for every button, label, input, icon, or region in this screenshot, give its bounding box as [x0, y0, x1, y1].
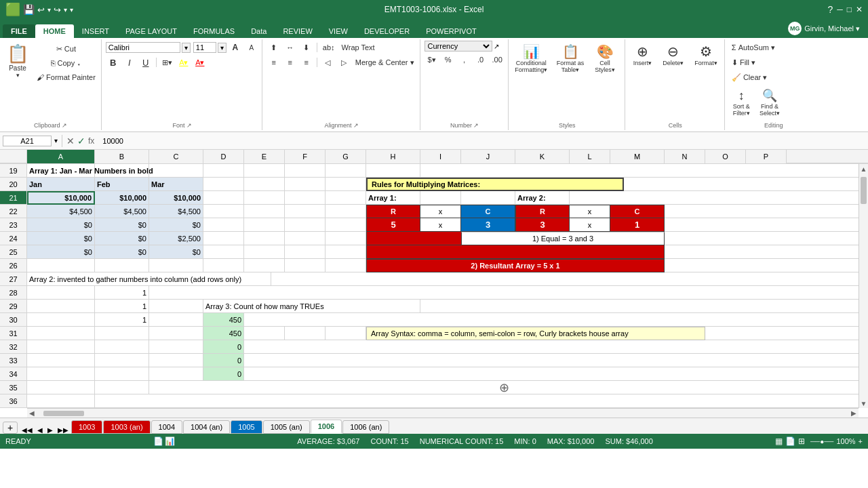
- cell-A33[interactable]: [27, 354, 95, 367]
- cell-F21[interactable]: [285, 191, 326, 205]
- row-header-22[interactable]: 22: [0, 205, 27, 218]
- row-header-33[interactable]: 33: [0, 354, 27, 367]
- cell-styles-button[interactable]: 🎨 CellStyles▾: [591, 41, 619, 76]
- col-C[interactable]: C: [149, 150, 203, 163]
- cell-K23[interactable]: 3: [515, 218, 570, 232]
- scroll-track[interactable]: [859, 174, 868, 399]
- indent-dec-button[interactable]: ◁: [320, 56, 335, 69]
- sheet-tab-nav-left[interactable]: ◀◀: [20, 426, 35, 434]
- cell-G31[interactable]: [326, 327, 366, 340]
- cell-M22[interactable]: C: [610, 205, 665, 218]
- cell-G26[interactable]: [326, 259, 366, 272]
- cell-D20[interactable]: [203, 178, 244, 191]
- insert-cells-button[interactable]: ⊕ Insert▾: [629, 41, 656, 69]
- cell-A19[interactable]: Array 1: Jan - Mar Numbers in bold: [27, 164, 95, 178]
- number-format-dialog[interactable]: ↗: [494, 43, 499, 50]
- cell-reference-box[interactable]: [3, 136, 52, 146]
- col-J[interactable]: J: [461, 150, 515, 163]
- align-center-button[interactable]: ≡: [283, 56, 298, 69]
- row-header-21[interactable]: 21: [0, 191, 27, 205]
- cell-L23[interactable]: x: [570, 218, 610, 232]
- cell-B25[interactable]: $0: [95, 245, 149, 259]
- row-header-35[interactable]: 35: [0, 381, 27, 394]
- cell-F22[interactable]: [285, 205, 326, 218]
- fill-button[interactable]: ⬇ Fill ▾: [729, 56, 758, 69]
- row-header-34[interactable]: 34: [0, 367, 27, 381]
- autosum-button[interactable]: Σ AutoSum ▾: [729, 41, 778, 54]
- format-as-table-button[interactable]: 📋 Format asTable▾: [553, 41, 589, 76]
- bold-button[interactable]: B: [106, 56, 121, 69]
- page-break-icon[interactable]: ⊞: [798, 436, 805, 446]
- cell-B23[interactable]: $0: [95, 218, 149, 232]
- cell-I25[interactable]: [420, 245, 461, 259]
- copy-button[interactable]: ⎘ Copy ▾: [34, 56, 98, 70]
- tab-review[interactable]: REVIEW: [275, 24, 320, 38]
- cut-button[interactable]: ✂ Cut: [34, 42, 98, 56]
- cell-G24[interactable]: [326, 232, 366, 245]
- cell-F26[interactable]: [285, 259, 326, 272]
- col-L[interactable]: L: [570, 150, 610, 163]
- cell-B34[interactable]: [95, 367, 149, 381]
- cell-E21[interactable]: [244, 191, 285, 205]
- cell-A22[interactable]: $4,500: [27, 205, 95, 218]
- cell-B33[interactable]: [95, 354, 149, 367]
- cell-D34[interactable]: 0: [203, 367, 244, 381]
- cell-J21[interactable]: [461, 191, 515, 205]
- help-icon[interactable]: ?: [827, 4, 833, 15]
- align-left-button[interactable]: ≡: [267, 56, 281, 69]
- tab-developer[interactable]: DEVELOPER: [356, 24, 418, 38]
- scroll-thumb-v[interactable]: [861, 177, 867, 204]
- cell-C20[interactable]: Mar: [149, 178, 203, 191]
- cell-A30[interactable]: [27, 313, 95, 327]
- percent-btn[interactable]: %: [441, 53, 456, 66]
- cell-D24[interactable]: [203, 232, 244, 245]
- cell-D21[interactable]: [203, 191, 244, 205]
- comma-btn[interactable]: ,: [457, 53, 472, 66]
- cancel-formula-btn[interactable]: ✕: [66, 136, 75, 146]
- dec-dec-btn[interactable]: .00: [490, 53, 505, 66]
- cell-H19[interactable]: [366, 164, 420, 178]
- cell-E31[interactable]: [244, 327, 285, 340]
- align-top-button[interactable]: ⬆: [267, 41, 281, 54]
- cell-K22[interactable]: R: [515, 205, 570, 218]
- cell-G21[interactable]: [326, 191, 366, 205]
- cell-G20[interactable]: [326, 178, 366, 191]
- cell-L25[interactable]: [570, 245, 610, 259]
- border-button[interactable]: ⊞▾: [159, 56, 175, 69]
- font-size-input[interactable]: [193, 42, 216, 53]
- cell-H23[interactable]: 5: [366, 218, 420, 232]
- cell-D29-merged[interactable]: Array 3: Count of how many TRUEs: [203, 300, 420, 313]
- cell-D26[interactable]: [203, 259, 244, 272]
- cell-C23[interactable]: $0: [149, 218, 203, 232]
- row-header-29[interactable]: 29: [0, 300, 27, 313]
- format-cells-button[interactable]: ⚙ Format▾: [690, 41, 722, 69]
- col-H[interactable]: H: [366, 150, 420, 163]
- cell-D25[interactable]: [203, 245, 244, 259]
- font-grow-button[interactable]: A: [228, 41, 243, 54]
- cell-I22[interactable]: x: [420, 205, 461, 218]
- sheet-tab-1006[interactable]: 1006: [311, 420, 342, 434]
- cell-A28[interactable]: [27, 286, 95, 300]
- cell-D31[interactable]: 450: [203, 327, 244, 340]
- row-header-31[interactable]: 31: [0, 327, 27, 340]
- cell-C26[interactable]: [149, 259, 203, 272]
- cell-A23[interactable]: $0: [27, 218, 95, 232]
- align-bottom-button[interactable]: ⬇: [299, 41, 314, 54]
- cell-C24[interactable]: $2,500: [149, 232, 203, 245]
- cell-D22[interactable]: [203, 205, 244, 218]
- scroll-right-arrow[interactable]: ▶: [849, 409, 859, 418]
- col-B[interactable]: B: [95, 150, 149, 163]
- col-F[interactable]: F: [285, 150, 326, 163]
- italic-button[interactable]: I: [122, 56, 137, 69]
- fill-color-button[interactable]: A▾: [176, 56, 191, 69]
- orientation-button[interactable]: ab↕: [320, 41, 338, 54]
- redo-arrow[interactable]: ▾: [64, 6, 67, 14]
- font-size-arrow[interactable]: ▾: [218, 43, 226, 53]
- cell-I24[interactable]: [420, 232, 461, 245]
- row-header-27[interactable]: 27: [0, 272, 27, 286]
- scroll-thumb-h[interactable]: [43, 411, 84, 416]
- cell-C34[interactable]: [149, 367, 203, 381]
- cell-C33[interactable]: [149, 354, 203, 367]
- sheet-tab-1006-an[interactable]: 1006 (an): [342, 420, 389, 434]
- redo-btn[interactable]: ↪: [54, 5, 61, 15]
